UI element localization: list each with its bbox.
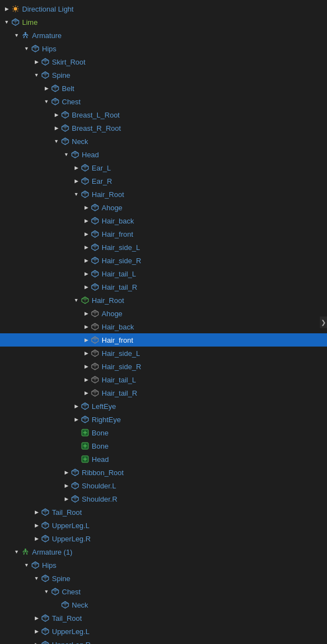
tree-item-hair-front-2[interactable]: Hair_front bbox=[0, 333, 327, 347]
tree-item-shoulder-r[interactable]: Shoulder.R bbox=[0, 492, 327, 505]
tree-item-hair-tail-r-2[interactable]: Hair_tail_R bbox=[0, 386, 327, 400]
tree-item-shoulder-l[interactable]: Shoulder.L bbox=[0, 479, 327, 492]
tree-item-upper-leg-r-2[interactable]: UpperLeg.R bbox=[0, 638, 327, 644]
tree-item-upper-leg-l-2[interactable]: UpperLeg.L bbox=[0, 625, 327, 638]
tree-item-skirt-root[interactable]: Skirt_Root bbox=[0, 55, 327, 68]
expand-arrow[interactable] bbox=[42, 97, 51, 106]
expand-arrow[interactable] bbox=[72, 190, 81, 199]
collapse-arrow[interactable] bbox=[82, 388, 91, 397]
collapse-arrow[interactable] bbox=[82, 256, 91, 265]
collapse-arrow[interactable] bbox=[82, 230, 91, 238]
tree-item-hair-side-r-1[interactable]: Hair_side_R bbox=[0, 254, 327, 267]
collapse-arrow[interactable] bbox=[32, 614, 41, 622]
expand-arrow[interactable] bbox=[22, 561, 31, 570]
svg-line-6 bbox=[18, 11, 18, 12]
collapse-arrow[interactable] bbox=[82, 203, 91, 212]
tree-item-upper-leg-r[interactable]: UpperLeg.R bbox=[0, 532, 327, 545]
tree-item-hips-2[interactable]: Hips bbox=[0, 558, 327, 572]
tree-item-belt[interactable]: Belt bbox=[0, 82, 327, 95]
cube-icon bbox=[71, 494, 80, 503]
tree-item-tail-root-2[interactable]: Tail_Root bbox=[0, 611, 327, 625]
tree-item-left-eye[interactable]: LeftEye bbox=[0, 400, 327, 413]
collapse-arrow[interactable] bbox=[32, 640, 41, 644]
expand-arrow[interactable] bbox=[62, 150, 71, 159]
collapse-arrow[interactable] bbox=[82, 362, 91, 371]
tree-item-bone-1[interactable]: Bone bbox=[0, 426, 327, 439]
tree-item-hair-tail-l-2[interactable]: Hair_tail_L bbox=[0, 373, 327, 386]
expand-arrow[interactable] bbox=[12, 31, 21, 40]
tree-item-hair-back-1[interactable]: Hair_back bbox=[0, 214, 327, 227]
expand-arrow[interactable] bbox=[2, 18, 11, 26]
tree-item-hair-root-2[interactable]: Hair_Root bbox=[0, 294, 327, 307]
expand-arrow[interactable] bbox=[32, 71, 41, 79]
collapse-arrow[interactable] bbox=[52, 110, 61, 119]
tree-item-head[interactable]: Head bbox=[0, 148, 327, 161]
tree-item-ribbon-root[interactable]: Ribbon_Root bbox=[0, 466, 327, 479]
tree-item-upper-leg-l[interactable]: UpperLeg.L bbox=[0, 519, 327, 532]
tree-item-hair-side-l-1[interactable]: Hair_side_L bbox=[0, 241, 327, 254]
tree-item-chest-2[interactable]: Chest bbox=[0, 585, 327, 598]
tree-item-head-2[interactable]: Head bbox=[0, 453, 327, 466]
tree-item-tail-root[interactable]: Tail_Root bbox=[0, 505, 327, 519]
tree-item-right-eye[interactable]: RightEye bbox=[0, 413, 327, 426]
collapse-arrow[interactable] bbox=[82, 349, 91, 358]
tree-item-hair-back-2[interactable]: Hair_back bbox=[0, 320, 327, 333]
collapse-arrow[interactable] bbox=[62, 481, 71, 490]
collapse-arrow[interactable] bbox=[32, 57, 41, 66]
collapse-arrow[interactable] bbox=[42, 84, 51, 93]
expand-arrow[interactable] bbox=[32, 574, 41, 583]
item-label: Tail_Root bbox=[52, 508, 82, 517]
tree-item-hips[interactable]: Hips bbox=[0, 42, 327, 55]
collapse-arrow[interactable] bbox=[72, 163, 81, 172]
tree-item-lime[interactable]: Lime bbox=[0, 15, 327, 29]
collapse-arrow[interactable] bbox=[32, 521, 41, 530]
tree-item-hair-side-r-2[interactable]: Hair_side_R bbox=[0, 360, 327, 373]
tree-item-spine-2[interactable]: Spine bbox=[0, 572, 327, 585]
collapse-arrow[interactable] bbox=[32, 508, 41, 517]
tree-item-hair-tail-r-1[interactable]: Hair_tail_R bbox=[0, 280, 327, 294]
collapse-arrow[interactable] bbox=[62, 494, 71, 503]
collapse-arrow[interactable] bbox=[82, 375, 91, 384]
expand-arrow[interactable] bbox=[22, 44, 31, 53]
expand-arrow[interactable] bbox=[72, 296, 81, 305]
tree-item-breast-l-root[interactable]: Breast_L_Root bbox=[0, 108, 327, 121]
collapse-arrow[interactable] bbox=[32, 534, 41, 543]
collapse-arrow[interactable] bbox=[32, 627, 41, 636]
tree-item-hair-side-l-2[interactable]: Hair_side_L bbox=[0, 347, 327, 360]
item-label: Hair_back bbox=[102, 323, 134, 331]
tree-item-spine[interactable]: Spine bbox=[0, 68, 327, 82]
tree-item-hair-tail-l-1[interactable]: Hair_tail_L bbox=[0, 267, 327, 280]
expand-arrow[interactable] bbox=[12, 547, 21, 556]
expand-arrow[interactable] bbox=[52, 137, 61, 146]
tree-item-armature[interactable]: Armature bbox=[0, 29, 327, 42]
expand-arrow[interactable] bbox=[42, 587, 51, 596]
collapse-arrow[interactable] bbox=[82, 336, 91, 344]
collapse-arrow[interactable] bbox=[72, 415, 81, 424]
sidebar-collapse-arrow[interactable]: ❯ bbox=[320, 316, 327, 328]
collapse-arrow[interactable] bbox=[82, 322, 91, 331]
tree-item-hair-front-1[interactable]: Hair_front bbox=[0, 227, 327, 241]
collapse-arrow[interactable] bbox=[52, 124, 61, 132]
tree-item-ahoge-2[interactable]: Ahoge bbox=[0, 307, 327, 320]
tree-item-bone-2[interactable]: Bone bbox=[0, 439, 327, 453]
tree-item-ahoge-1[interactable]: Ahoge bbox=[0, 201, 327, 214]
collapse-arrow[interactable] bbox=[82, 283, 91, 291]
collapse-arrow[interactable] bbox=[82, 216, 91, 225]
tree-item-ear-r[interactable]: Ear_R bbox=[0, 174, 327, 188]
collapse-arrow[interactable] bbox=[82, 269, 91, 278]
tree-item-armature-1[interactable]: Armature (1) bbox=[0, 545, 327, 558]
tree-item-hair-root-1[interactable]: Hair_Root bbox=[0, 188, 327, 201]
tree-item-chest[interactable]: Chest bbox=[0, 95, 327, 108]
collapse-arrow[interactable] bbox=[82, 243, 91, 252]
tree-item-ear-l[interactable]: Ear_L bbox=[0, 161, 327, 174]
collapse-arrow[interactable] bbox=[72, 177, 81, 185]
collapse-arrow[interactable] bbox=[2, 4, 11, 13]
tree-item-directional-light[interactable]: Directional Light bbox=[0, 2, 327, 15]
tree-item-neck-2[interactable]: Neck bbox=[0, 598, 327, 611]
collapse-arrow[interactable] bbox=[72, 402, 81, 411]
tree-item-neck[interactable]: Neck bbox=[0, 135, 327, 148]
collapse-arrow[interactable] bbox=[62, 468, 71, 477]
tree-item-breast-r-root[interactable]: Breast_R_Root bbox=[0, 121, 327, 135]
item-label: Belt bbox=[62, 84, 74, 93]
collapse-arrow[interactable] bbox=[82, 309, 91, 318]
